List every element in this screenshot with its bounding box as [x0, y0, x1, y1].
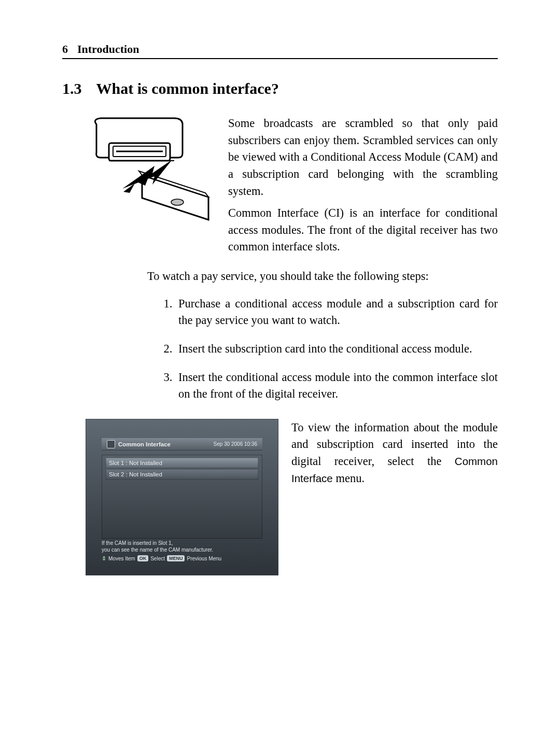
lead-sentence: To watch a pay service, you should take …: [147, 268, 498, 285]
page-number: 6: [62, 43, 68, 56]
cam-insert-illustration: [86, 115, 216, 234]
menu-hint-line2: you can see the name of the CAM manufact…: [102, 546, 262, 554]
help-moves-item: Moves Item: [108, 555, 135, 562]
para3-post: menu.: [333, 472, 365, 485]
screenshot-caption: To view the information about the module…: [291, 419, 498, 487]
cam-insert-icon: [86, 115, 216, 234]
step-3: Insert the conditional access module int…: [175, 369, 498, 403]
slot-1-label: Slot 1 : Not Installed: [109, 460, 162, 466]
menu-title-text: Common Interface: [118, 441, 171, 447]
slot-1-row[interactable]: Slot 1 : Not Installed: [106, 458, 258, 468]
common-interface-menu-screenshot: Common Interface Sep 30 2006 10:36 Slot …: [86, 419, 278, 575]
ok-key-icon: OK: [137, 555, 149, 561]
help-previous-menu: Previous Menu: [187, 555, 221, 562]
svg-point-6: [171, 199, 184, 205]
menu-timestamp: Sep 30 2006 10:36: [213, 441, 257, 447]
intro-block: Some broadcasts are scrambled so that on…: [62, 115, 498, 261]
svg-marker-4: [142, 175, 208, 220]
slot-2-label: Slot 2 : Not Installed: [109, 471, 162, 477]
section-heading: 1.3 What is common interface?: [62, 80, 498, 97]
menu-title-icon: [107, 440, 115, 448]
intro-text: Some broadcasts are scrambled so that on…: [228, 115, 498, 261]
updown-arrow-icon: ⇕: [102, 555, 106, 562]
menu-hint: If the CAM is inserted in Slot 1, you ca…: [102, 540, 262, 562]
menu-title-bar: Common Interface Sep 30 2006 10:36: [102, 438, 262, 451]
paragraph-2: Common Interface (CI) is an interface fo…: [228, 205, 498, 256]
paragraph-1: Some broadcasts are scrambled so that on…: [228, 115, 498, 200]
menu-hint-line1: If the CAM is inserted in Slot 1,: [102, 540, 262, 547]
steps-list: Purchase a conditional access module and…: [147, 295, 498, 403]
help-select: Select: [150, 555, 165, 562]
screenshot-block: Common Interface Sep 30 2006 10:36 Slot …: [86, 419, 498, 575]
section-number: 1.3: [62, 80, 82, 97]
slot-list: Slot 1 : Not Installed Slot 2 : Not Inst…: [102, 455, 262, 539]
section-title-text: What is common interface?: [96, 80, 279, 97]
step-2: Insert the subscription card into the co…: [175, 341, 498, 358]
chapter-title: Introduction: [77, 43, 139, 56]
menu-key-icon: MENU: [167, 555, 185, 561]
slot-2-row[interactable]: Slot 2 : Not Installed: [106, 469, 258, 480]
step-1: Purchase a conditional access module and…: [175, 295, 498, 329]
running-header: 6 Introduction: [62, 43, 498, 59]
page: 6 Introduction 1.3 What is common interf…: [0, 0, 560, 746]
